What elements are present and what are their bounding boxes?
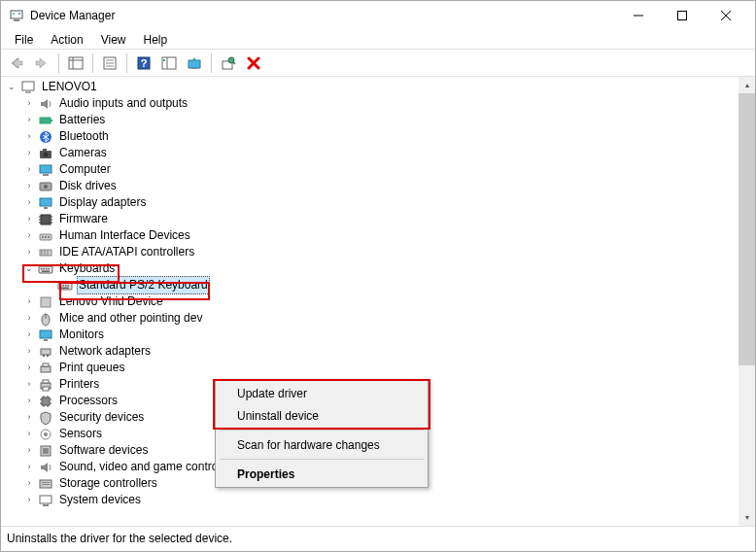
firmware-icon xyxy=(38,212,53,227)
minimize-button[interactable] xyxy=(616,2,660,29)
scroll-up-button[interactable]: ▴ xyxy=(739,77,755,93)
expand-icon[interactable]: › xyxy=(22,196,36,210)
help-button[interactable]: ? xyxy=(132,52,155,75)
svg-rect-58 xyxy=(42,270,50,272)
tree-item[interactable]: ›Display adapters xyxy=(5,194,739,211)
context-scan-hardware[interactable]: Scan for hardware changes xyxy=(218,433,426,456)
software-icon xyxy=(38,443,53,459)
svg-rect-55 xyxy=(44,268,46,270)
expand-icon[interactable]: › xyxy=(22,229,36,243)
back-button[interactable] xyxy=(5,52,28,75)
tree-node-label: Sensors xyxy=(57,426,104,442)
tree-item[interactable]: ›IDE ATA/ATAPI controllers xyxy=(5,244,739,260)
svg-point-2 xyxy=(13,13,15,15)
tree-item[interactable]: ›Cameras xyxy=(5,145,739,161)
tree-item[interactable]: ›Human Interface Devices xyxy=(5,227,739,244)
menu-file[interactable]: File xyxy=(7,31,41,49)
tree-item[interactable]: ›System devices xyxy=(5,492,739,508)
scroll-track[interactable] xyxy=(739,93,755,509)
system-icon xyxy=(38,493,53,508)
tree-item[interactable]: ›Network adapters xyxy=(5,343,739,360)
vertical-scrollbar[interactable]: ▴ ▾ xyxy=(739,77,755,526)
expand-icon[interactable]: › xyxy=(22,362,36,375)
context-properties[interactable]: Properties xyxy=(218,463,426,485)
expand-icon[interactable]: › xyxy=(22,114,36,127)
expand-icon[interactable]: › xyxy=(22,246,36,259)
svg-rect-60 xyxy=(60,285,62,287)
scroll-thumb[interactable] xyxy=(739,93,755,365)
expand-icon[interactable]: › xyxy=(22,428,36,441)
tree-item-ps2-keyboard[interactable]: Standard PS/2 Keyboard xyxy=(5,277,739,293)
update-driver-button[interactable] xyxy=(183,52,206,75)
content-area: ⌄ LENOVO1 ›Audio inputs and outputs ›Bat… xyxy=(1,77,755,527)
expand-icon[interactable]: › xyxy=(22,477,36,491)
svg-rect-77 xyxy=(43,387,49,391)
expand-icon[interactable]: › xyxy=(22,97,36,111)
properties-button[interactable] xyxy=(98,52,121,75)
expand-icon[interactable]: › xyxy=(22,180,36,193)
expand-icon[interactable]: › xyxy=(22,444,36,458)
svg-rect-70 xyxy=(41,349,51,355)
maximize-button[interactable] xyxy=(660,2,704,29)
print-queue-icon xyxy=(38,361,53,376)
svg-rect-72 xyxy=(47,355,49,357)
bluetooth-icon xyxy=(38,129,53,145)
forward-button[interactable] xyxy=(30,52,53,75)
tree-item[interactable]: ›Monitors xyxy=(5,327,739,343)
menu-view[interactable]: View xyxy=(93,31,134,49)
expand-icon[interactable]: › xyxy=(22,130,36,144)
tree-item[interactable]: ›Print queues xyxy=(5,360,739,376)
tree-node-label: Processors xyxy=(57,393,120,409)
expand-icon[interactable]: › xyxy=(22,378,36,392)
expand-icon[interactable]: › xyxy=(22,328,36,342)
context-update-driver[interactable]: Update driver xyxy=(218,382,426,404)
tree-item[interactable]: ›Batteries xyxy=(5,112,739,128)
collapse-icon[interactable]: ⌄ xyxy=(22,262,36,276)
tree-node-label: Printers xyxy=(57,376,101,393)
expand-icon[interactable]: › xyxy=(22,163,36,177)
menu-action[interactable]: Action xyxy=(43,31,90,49)
context-separator xyxy=(220,459,424,460)
scan-hardware-button[interactable] xyxy=(217,52,240,75)
tree-item[interactable]: ›Mice and other pointing dev xyxy=(5,310,739,327)
context-uninstall-device[interactable]: Uninstall device xyxy=(218,404,426,427)
tree-item-keyboards[interactable]: ⌄Keyboards xyxy=(5,260,739,277)
tree-item[interactable]: ›Audio inputs and outputs xyxy=(5,95,739,112)
expand-icon[interactable]: › xyxy=(22,213,36,226)
svg-rect-33 xyxy=(43,174,49,176)
expand-icon[interactable]: › xyxy=(22,395,36,408)
tree-item[interactable]: ›Computer xyxy=(5,161,739,178)
svg-rect-93 xyxy=(42,484,50,485)
menu-help[interactable]: Help xyxy=(136,31,176,49)
expand-icon[interactable]: ⌄ xyxy=(5,81,18,94)
tree-item[interactable]: ›Disk drives xyxy=(5,178,739,194)
tree-node-label: Standard PS/2 Keyboard xyxy=(77,276,210,294)
show-hide-tree-button[interactable] xyxy=(64,52,87,75)
expand-icon[interactable]: › xyxy=(22,461,36,474)
tree-item[interactable]: ›Lenovo Vhid Device xyxy=(5,293,739,310)
close-button[interactable] xyxy=(704,2,747,29)
storage-icon xyxy=(38,476,53,492)
svg-rect-95 xyxy=(43,504,49,506)
expand-icon[interactable]: › xyxy=(22,147,36,160)
expand-icon[interactable]: › xyxy=(22,295,36,309)
svg-rect-47 xyxy=(45,236,47,238)
action-button[interactable] xyxy=(157,52,181,75)
svg-text:?: ? xyxy=(141,57,148,69)
tree-item[interactable]: ›Firmware xyxy=(5,211,739,227)
tree-node-label: Batteries xyxy=(57,112,107,128)
uninstall-button[interactable] xyxy=(242,52,265,75)
expand-icon[interactable]: › xyxy=(22,411,36,425)
tree-root[interactable]: ⌄ LENOVO1 xyxy=(5,79,739,95)
expand-icon[interactable]: › xyxy=(22,494,36,507)
tree-node-label: Mice and other pointing dev xyxy=(57,310,204,327)
expand-icon[interactable]: › xyxy=(22,312,36,326)
sensor-icon xyxy=(38,427,53,442)
scroll-down-button[interactable]: ▾ xyxy=(739,509,755,526)
tree-item[interactable]: ›Bluetooth xyxy=(5,128,739,145)
expand-icon[interactable]: › xyxy=(22,345,36,359)
processor-icon xyxy=(38,394,53,409)
tree-node-label: Print queues xyxy=(57,360,126,376)
tree-node-label: Storage controllers xyxy=(57,475,159,492)
audio-icon xyxy=(38,96,53,112)
